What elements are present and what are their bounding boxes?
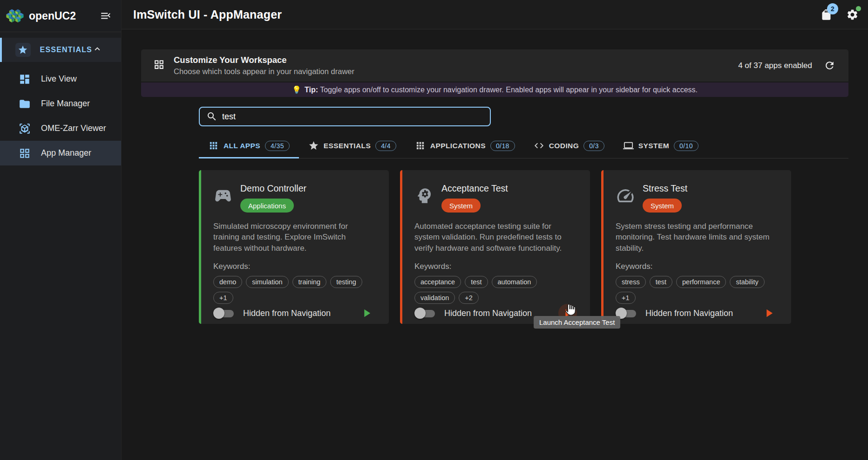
lightbulb-icon: 💡 <box>292 85 301 94</box>
collapse-sidebar-button[interactable] <box>99 9 113 23</box>
keyword-chip: training <box>292 276 327 288</box>
storage-badge: 2 <box>827 3 838 14</box>
workspace-header: Customize Your Workspace Choose which to… <box>141 49 848 82</box>
app-card-stress-test: Stress Test System System stress testing… <box>601 170 791 324</box>
tip-banner: 💡 Tip: Toggle apps on/off to customize y… <box>141 82 848 97</box>
sidebar-item-label: OME-Zarr Viewer <box>41 124 106 133</box>
app-title: Stress Test <box>643 183 687 194</box>
sidebar-header: openUC2 <box>0 0 121 32</box>
topbar-actions: 2 <box>819 7 860 22</box>
app-card-demo-controller: Demo Controller Applications Simulated m… <box>199 170 389 324</box>
toggle-label: Hidden from Navigation <box>645 309 733 318</box>
category-tabs: ALL APPS 4/35 ESSENTIALS 4/4 APPLICATION… <box>199 134 848 158</box>
keyword-chip: validation <box>414 292 455 304</box>
workspace-actions: 4 of 37 apps enabled <box>738 59 836 73</box>
cube-ar-icon <box>19 123 31 135</box>
tab-badge: 4/35 <box>265 141 290 151</box>
openuc2-logo <box>6 6 24 26</box>
keyword-chip: demo <box>213 276 242 288</box>
app-description: Automated acceptance testing suite for s… <box>414 221 577 254</box>
section-label: ESSENTIALS <box>40 46 92 54</box>
topbar: ImSwitch UI - AppManager 2 <box>122 0 868 29</box>
hidden-toggle[interactable] <box>414 307 437 319</box>
workspace-title: Customize Your Workspace <box>174 55 354 65</box>
sidebar-section-essentials[interactable]: ESSENTIALS <box>0 38 121 62</box>
launch-stress-test-button[interactable] <box>760 304 778 323</box>
brand-name: openUC2 <box>29 10 76 22</box>
psychology-icon <box>414 186 435 213</box>
tab-coding[interactable]: CODING 0/3 <box>524 134 614 158</box>
tab-system[interactable]: SYSTEM 0/10 <box>614 134 708 158</box>
folder-icon <box>19 98 31 110</box>
app-card-acceptance-test: Acceptance Test System Automated accepta… <box>400 170 590 324</box>
sidebar-item-label: Live View <box>41 74 77 84</box>
main-area: ImSwitch UI - AppManager 2 Customize You <box>122 0 868 460</box>
apps-icon <box>208 140 219 151</box>
category-badge: Applications <box>240 199 294 213</box>
workspace-grid-icon <box>153 59 165 72</box>
keyword-chip-more: +2 <box>459 292 479 304</box>
sidebar-item-app-manager[interactable]: App Manager <box>0 141 121 165</box>
content: Customize Your Workspace Choose which to… <box>122 29 868 324</box>
code-icon <box>534 140 544 151</box>
sidebar-item-label: File Manager <box>41 99 90 109</box>
app-description: Simulated microscopy environment for tra… <box>213 221 376 254</box>
category-badge: System <box>441 199 481 213</box>
tab-badge: 4/4 <box>375 141 396 151</box>
chevron-up-icon[interactable] <box>92 44 102 56</box>
tab-badge: 0/10 <box>674 141 698 151</box>
play-icon <box>762 307 775 320</box>
tab-badge: 0/3 <box>583 141 604 151</box>
category-badge: System <box>643 199 682 213</box>
sidebar: openUC2 ESSENTIALS Live View <box>0 0 122 460</box>
sidebar-item-live-view[interactable]: Live View <box>0 67 121 91</box>
play-icon <box>360 307 373 320</box>
tip-label: Tip: <box>305 86 318 94</box>
tab-badge: 0/18 <box>490 141 515 151</box>
hidden-toggle[interactable] <box>213 307 236 319</box>
storage-button[interactable]: 2 <box>819 7 834 22</box>
keyword-chip: stability <box>730 276 764 288</box>
apps-enabled-count: 4 of 37 apps enabled <box>738 61 812 70</box>
app-cards: Demo Controller Applications Simulated m… <box>199 170 848 324</box>
apps-icon <box>415 140 426 151</box>
star-icon <box>18 45 28 55</box>
workspace-subtitle: Choose which tools appear in your naviga… <box>174 67 354 76</box>
tab-essentials[interactable]: ESSENTIALS 4/4 <box>299 134 406 158</box>
workspace-titles: Customize Your Workspace Choose which to… <box>174 55 354 76</box>
keyword-chips: acceptance test automation validation +2 <box>414 276 577 304</box>
search-input[interactable] <box>222 112 483 122</box>
settings-button[interactable] <box>845 7 860 22</box>
keyword-chip-more: +1 <box>213 292 233 304</box>
sidebar-item-file-manager[interactable]: File Manager <box>0 91 121 116</box>
keyword-chips: stress test performance stability +1 <box>616 276 778 304</box>
launch-demo-controller-button[interactable] <box>357 304 376 323</box>
refresh-button[interactable] <box>822 59 836 73</box>
tab-label: CODING <box>549 142 579 150</box>
gamepad-icon <box>213 186 234 213</box>
keyword-chip: automation <box>492 276 537 288</box>
tab-label: ESSENTIALS <box>324 142 371 150</box>
keyword-chip: performance <box>676 276 726 288</box>
grid-view-icon <box>19 147 31 159</box>
tab-applications[interactable]: APPLICATIONS 0/18 <box>406 134 524 158</box>
computer-icon <box>623 140 634 151</box>
toggle-label: Hidden from Navigation <box>243 309 331 318</box>
tip-text: Toggle apps on/off to customize your nav… <box>320 86 698 94</box>
refresh-icon <box>824 60 835 71</box>
tab-label: APPLICATIONS <box>430 142 486 150</box>
keyword-chip: test <box>650 276 672 288</box>
keywords-label: Keywords: <box>616 262 778 271</box>
keyword-chip: testing <box>330 276 362 288</box>
cursor-pointer <box>563 303 577 317</box>
tab-label: SYSTEM <box>638 142 669 150</box>
speedometer-icon <box>616 186 636 213</box>
sidebar-item-ome-zarr-viewer[interactable]: OME-Zarr Viewer <box>0 116 121 141</box>
keyword-chip: acceptance <box>414 276 461 288</box>
keyword-chip: simulation <box>246 276 288 288</box>
tab-all-apps[interactable]: ALL APPS 4/35 <box>199 134 299 158</box>
star-icon <box>308 140 319 151</box>
app-title: Acceptance Test <box>441 183 508 194</box>
menu-open-icon <box>100 10 112 22</box>
page-title: ImSwitch UI - AppManager <box>133 8 282 21</box>
